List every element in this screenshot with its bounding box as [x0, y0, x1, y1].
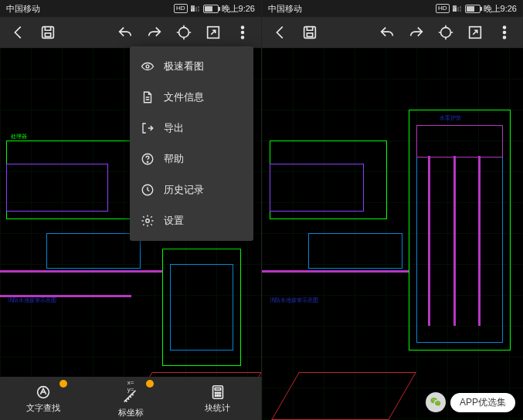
hd-badge: HD	[436, 4, 450, 13]
signal-icon	[191, 5, 200, 12]
signal-icon	[453, 5, 462, 12]
fullscreen-button[interactable]	[461, 19, 489, 46]
top-toolbar	[0, 17, 261, 48]
menu-item-label: 文件信息	[164, 90, 204, 104]
canvas-caption: 消防水池接管示意图	[270, 296, 318, 304]
ruler-icon	[122, 388, 139, 405]
nav-label: 标坐标	[118, 407, 144, 418]
history-icon	[141, 183, 155, 197]
save-button[interactable]	[34, 19, 62, 46]
status-bar: 中国移动 HD 晚上9:26	[0, 0, 261, 17]
back-button[interactable]	[267, 19, 294, 46]
zoom-extents-button[interactable]	[170, 19, 198, 46]
arrow-left-icon	[272, 24, 289, 41]
hd-badge: HD	[174, 4, 188, 13]
svg-point-19	[217, 395, 219, 396]
badge-dot	[146, 380, 154, 388]
back-button[interactable]	[5, 19, 32, 46]
svg-point-6	[242, 36, 244, 39]
bottom-toolbar: 文字查找 x=y= 标坐标 块统计	[0, 377, 261, 420]
svg-point-9	[147, 161, 148, 162]
carrier-label: 中国移动	[268, 3, 302, 15]
watermark-label: APP优选集	[450, 393, 515, 412]
menu-item-label: 帮助	[164, 152, 184, 166]
target-icon	[175, 24, 192, 41]
fullscreen-button[interactable]	[199, 19, 227, 46]
svg-point-11	[146, 219, 150, 223]
menu-item-help[interactable]: 帮助	[130, 144, 253, 174]
svg-rect-1	[45, 33, 50, 37]
menu-item-settings[interactable]: 设置	[130, 205, 253, 236]
menu-item-history[interactable]: 历史记录	[130, 174, 253, 205]
menu-item-quickview[interactable]: 极速看图	[130, 51, 253, 82]
carrier-label: 中国移动	[6, 3, 40, 15]
menu-item-label: 历史记录	[164, 183, 204, 197]
top-toolbar	[262, 17, 523, 48]
svg-rect-14	[215, 388, 220, 390]
svg-point-15	[215, 392, 216, 394]
redo-icon	[408, 24, 425, 41]
canvas-annotation: 处理器	[11, 133, 27, 141]
svg-point-25	[504, 26, 506, 29]
menu-item-fileinfo[interactable]: 文件信息	[130, 82, 253, 113]
nav-label: 块统计	[205, 402, 230, 414]
battery-icon	[203, 5, 219, 13]
export-icon	[141, 121, 155, 135]
svg-point-2	[179, 28, 189, 38]
arrow-left-icon	[10, 24, 27, 41]
watermark: APP优选集	[426, 392, 515, 412]
menu-item-export[interactable]: 导出	[130, 113, 253, 144]
phone-right: 中国移动 HD 晚上9:26	[261, 0, 523, 420]
gear-icon	[141, 214, 155, 228]
expand-icon	[205, 24, 222, 41]
save-icon	[39, 24, 56, 41]
text-search-icon	[35, 384, 52, 401]
svg-point-23	[441, 28, 451, 38]
canvas-annotation: 水泵护垫	[440, 114, 461, 122]
zoom-extents-button[interactable]	[432, 19, 460, 46]
eye-icon	[141, 59, 155, 73]
nav-block-stats[interactable]: 块统计	[174, 377, 261, 420]
file-icon	[141, 90, 155, 104]
help-icon	[141, 152, 155, 166]
drawing-canvas[interactable]: 水泵护垫 消防水池接管示意图	[262, 48, 523, 420]
clock-label: 晚上9:26	[222, 3, 255, 15]
more-menu-button[interactable]	[491, 19, 518, 46]
svg-point-20	[219, 395, 221, 396]
canvas-caption: 消防水池接管示意图	[8, 296, 56, 304]
expand-icon	[467, 24, 484, 41]
menu-item-label: 导出	[164, 121, 184, 135]
svg-point-5	[242, 32, 244, 34]
svg-point-17	[219, 392, 221, 394]
redo-button[interactable]	[141, 19, 168, 46]
more-vertical-icon	[234, 24, 251, 41]
more-menu-button[interactable]	[229, 19, 256, 46]
svg-point-16	[217, 392, 219, 394]
nav-coordinate[interactable]: x=y= 标坐标	[87, 377, 175, 420]
calculator-icon	[209, 384, 226, 401]
undo-button[interactable]	[111, 19, 139, 46]
badge-dot	[59, 380, 67, 388]
wechat-icon	[426, 392, 446, 412]
undo-icon	[117, 24, 134, 41]
more-vertical-icon	[496, 24, 513, 41]
overflow-menu: 极速看图 文件信息 导出 帮助 历史记录 设置	[130, 46, 253, 241]
svg-point-26	[504, 32, 506, 34]
svg-point-4	[242, 26, 244, 29]
undo-button[interactable]	[373, 19, 401, 46]
menu-item-label: 设置	[164, 214, 184, 228]
nav-text-search[interactable]: 文字查找	[0, 377, 87, 420]
save-button[interactable]	[296, 19, 324, 46]
target-icon	[437, 24, 454, 41]
battery-icon	[465, 5, 481, 13]
svg-point-27	[504, 36, 506, 39]
redo-button[interactable]	[402, 19, 430, 46]
save-icon	[301, 24, 318, 41]
nav-label: 文字查找	[26, 402, 60, 414]
undo-icon	[379, 24, 396, 41]
menu-item-label: 极速看图	[164, 59, 204, 73]
redo-icon	[146, 24, 163, 41]
status-bar: 中国移动 HD 晚上9:26	[262, 0, 523, 17]
svg-point-18	[215, 395, 216, 396]
svg-point-7	[146, 65, 149, 68]
